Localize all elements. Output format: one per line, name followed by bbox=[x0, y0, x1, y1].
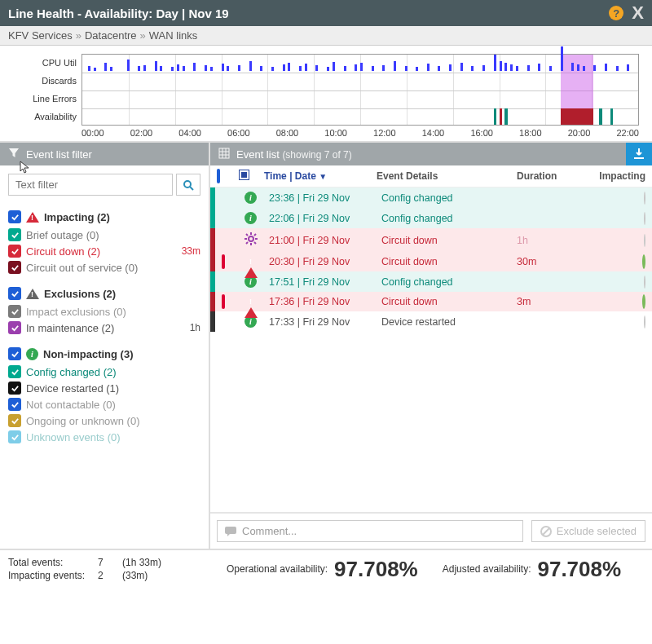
svg-line-18 bbox=[543, 528, 549, 535]
chart-tick-label: 10:00 bbox=[324, 128, 347, 138]
chart-row-label: Availability bbox=[13, 108, 77, 126]
sort-desc-icon: ▼ bbox=[319, 172, 327, 181]
row-checkbox[interactable] bbox=[222, 254, 225, 269]
event-row[interactable]: 17:33 | Fri 29 NovDevice restarted bbox=[210, 311, 652, 332]
impacting-events-label: Impacting events: bbox=[8, 570, 98, 581]
select-all-checkbox[interactable] bbox=[217, 169, 220, 183]
event-time: 17:51 | Fri 29 Nov bbox=[269, 276, 375, 288]
filter-item-meta: 1h bbox=[190, 322, 200, 333]
group-checkbox[interactable] bbox=[8, 347, 21, 360]
filter-item-label[interactable]: In maintenance (2) bbox=[26, 322, 185, 334]
filter-group-title: Impacting (2) bbox=[44, 211, 110, 223]
filter-item-label[interactable]: Unknown events (0) bbox=[26, 431, 196, 443]
text-filter-input[interactable] bbox=[8, 174, 173, 196]
search-button[interactable] bbox=[176, 174, 200, 196]
filter-item-checkbox[interactable] bbox=[8, 430, 21, 443]
breadcrumb-item[interactable]: Datacentre bbox=[85, 29, 137, 42]
event-row[interactable]: 17:36 | Fri 29 NovCircuit down3m bbox=[210, 292, 652, 311]
exclude-selected-button[interactable]: Exclude selected bbox=[531, 520, 645, 542]
event-duration: 1h bbox=[517, 235, 582, 246]
event-time: 17:36 | Fri 29 Nov bbox=[269, 296, 375, 307]
chart-tick-label: 20:00 bbox=[568, 128, 591, 138]
event-row[interactable]: 17:51 | Fri 29 NovConfig changed bbox=[210, 271, 652, 292]
chart-tick-label: 22:00 bbox=[616, 128, 639, 138]
event-details: Config changed bbox=[381, 192, 510, 204]
non-impacting-icon bbox=[644, 315, 645, 329]
table-icon bbox=[218, 148, 230, 161]
chart-row-label: Discards bbox=[13, 72, 77, 90]
filter-item-label[interactable]: Not contactable (0) bbox=[26, 399, 196, 411]
events-panel: Event list (showing 7 of 7) Time | Date … bbox=[210, 143, 652, 549]
impacting-events-duration: (33m) bbox=[122, 570, 148, 581]
filter-item-checkbox[interactable] bbox=[8, 245, 21, 258]
event-row[interactable]: 20:30 | Fri 29 NovCircuit down30m bbox=[210, 252, 652, 271]
filter-item-label[interactable]: Impact exclusions (0) bbox=[26, 306, 196, 318]
chart-tick-label: 18:00 bbox=[519, 128, 542, 138]
impacting-events-count: 2 bbox=[98, 570, 122, 581]
filter-item-checkbox[interactable] bbox=[8, 321, 21, 334]
chart-tick-label: 14:00 bbox=[422, 128, 445, 138]
total-events-label: Total events: bbox=[8, 557, 98, 568]
exclude-icon bbox=[540, 526, 552, 537]
download-button[interactable] bbox=[626, 143, 652, 165]
filter-item-label[interactable]: Circuit down (2) bbox=[26, 245, 177, 258]
help-icon[interactable]: ? bbox=[609, 6, 623, 20]
filter-item-label[interactable]: Device restarted (1) bbox=[26, 382, 196, 395]
adjusted-availability-label: Adjusted availability: bbox=[443, 563, 531, 575]
comment-input[interactable]: Comment... bbox=[217, 520, 523, 542]
total-events-duration: (1h 33m) bbox=[122, 557, 161, 568]
impacting-column-header[interactable]: Impacting bbox=[588, 170, 645, 182]
filter-panel: Event list filter Impacting (2)Brief out… bbox=[0, 143, 210, 549]
event-details: Circuit down bbox=[381, 235, 510, 246]
filter-item-label[interactable]: Ongoing or unknown (0) bbox=[26, 415, 196, 427]
time-column-header[interactable]: Time | Date ▼ bbox=[264, 170, 370, 182]
warning-icon bbox=[26, 289, 39, 299]
chart-tick-label: 06:00 bbox=[227, 128, 250, 138]
event-time: 23:36 | Fri 29 Nov bbox=[269, 192, 375, 204]
filter-item-checkbox[interactable] bbox=[8, 414, 21, 427]
breadcrumb-item[interactable]: KFV Services bbox=[8, 29, 73, 42]
adjusted-availability-value: 97.708% bbox=[537, 557, 621, 582]
event-details: Circuit down bbox=[381, 296, 510, 307]
filter-item-checkbox[interactable] bbox=[8, 382, 21, 395]
non-impacting-icon bbox=[644, 276, 645, 289]
event-row[interactable]: 21:00 | Fri 29 NovCircuit down1h bbox=[210, 228, 652, 252]
filter-item-meta: 33m bbox=[182, 245, 200, 257]
details-column-header[interactable]: Event Details bbox=[377, 170, 510, 182]
row-checkbox[interactable] bbox=[222, 294, 225, 309]
filter-item-label[interactable]: Brief outage (0) bbox=[26, 229, 196, 241]
group-checkbox[interactable] bbox=[8, 210, 21, 223]
group-checkbox[interactable] bbox=[8, 287, 21, 300]
svg-point-7 bbox=[249, 236, 253, 241]
chart-canvas[interactable] bbox=[82, 54, 639, 126]
filter-group-title: Exclusions (2) bbox=[44, 288, 116, 300]
chart-row-label: CPU Util bbox=[13, 54, 77, 72]
footer: Total events:7(1h 33m) Impacting events:… bbox=[0, 549, 652, 588]
filter-item-checkbox[interactable] bbox=[8, 228, 21, 241]
comment-icon bbox=[224, 526, 237, 537]
filter-item-label[interactable]: Config changed (2) bbox=[26, 366, 196, 378]
svg-rect-2 bbox=[219, 148, 229, 158]
filter-item-checkbox[interactable] bbox=[8, 365, 21, 378]
filter-item-checkbox[interactable] bbox=[8, 398, 21, 411]
impacting-icon bbox=[642, 254, 645, 269]
svg-line-14 bbox=[254, 234, 256, 236]
breadcrumb-item[interactable]: WAN links bbox=[149, 29, 197, 42]
funnel-icon bbox=[8, 148, 20, 161]
chart-row-label: Line Errors bbox=[13, 90, 77, 108]
event-time: 20:30 | Fri 29 Nov bbox=[269, 256, 375, 267]
filter-item-checkbox[interactable] bbox=[8, 261, 21, 274]
info-icon bbox=[244, 192, 257, 204]
svg-line-1 bbox=[190, 187, 193, 190]
close-button[interactable]: X bbox=[632, 2, 644, 24]
duration-column-header[interactable]: Duration bbox=[517, 170, 582, 182]
download-icon bbox=[632, 148, 645, 161]
severity-icon-header[interactable] bbox=[240, 170, 258, 182]
filter-item-label[interactable]: Circuit out of service (0) bbox=[26, 262, 196, 274]
event-row[interactable]: 23:36 | Fri 29 NovConfig changed bbox=[210, 187, 652, 208]
event-row[interactable]: 22:06 | Fri 29 NovConfig changed bbox=[210, 208, 652, 228]
filter-group-title: Non-impacting (3) bbox=[43, 348, 134, 360]
warning-icon bbox=[26, 212, 39, 223]
filter-item-checkbox[interactable] bbox=[8, 305, 21, 318]
svg-rect-16 bbox=[225, 527, 236, 534]
